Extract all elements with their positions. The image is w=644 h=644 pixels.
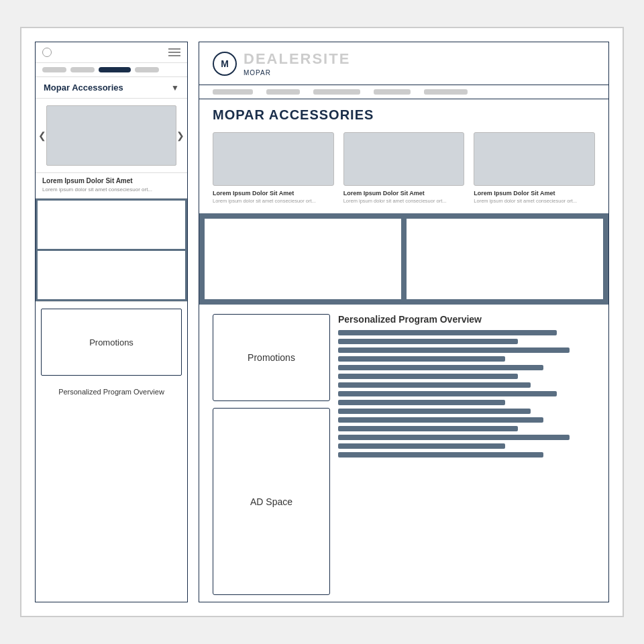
card-title-1: Lorem Ipsum Dolor Sit Amet	[213, 190, 334, 197]
nav-pill-active	[99, 67, 131, 72]
mobile-gray-block-2	[38, 251, 185, 299]
text-line-6	[338, 374, 518, 379]
desktop-bottom: Promotions AD Space Personalized Program…	[199, 307, 608, 602]
mobile-promotions-label: Promotions	[89, 337, 133, 347]
card-image-3	[474, 132, 595, 186]
card-body-3: Lorem ipsum dolor sit amet conseciesuor …	[474, 198, 595, 204]
mobile-top-bar	[36, 42, 187, 63]
text-line-1	[338, 330, 557, 335]
carousel-right-arrow[interactable]: ❯	[176, 130, 184, 141]
mobile-caption-title: Lorem Ipsum Dolor Sit Amet	[42, 177, 180, 184]
hamburger-icon[interactable]	[168, 48, 180, 56]
card-image-1	[213, 132, 334, 186]
dealer-branding: DEALERSITE MOPAR	[244, 50, 350, 76]
text-line-9	[338, 400, 505, 405]
desktop-cards-row: Lorem Ipsum Dolor Sit Amet Lorem ipsum d…	[199, 127, 608, 211]
desktop-card-1: Lorem Ipsum Dolor Sit Amet Lorem ipsum d…	[213, 132, 334, 204]
card-body-2: Lorem ipsum dolor sit amet conseciesuor …	[343, 198, 465, 204]
text-line-2	[338, 339, 518, 344]
desktop-bottom-left: Promotions AD Space	[213, 314, 330, 595]
mobile-program-title: Personalized Program Overview	[41, 388, 182, 396]
desktop-nav-item-1[interactable]	[213, 89, 253, 95]
text-line-14	[338, 443, 505, 449]
desktop-nav-item-4[interactable]	[374, 89, 411, 95]
text-line-12	[338, 426, 518, 431]
mobile-gray-block-1	[38, 201, 185, 249]
desktop-card-3: Lorem Ipsum Dolor Sit Amet Lorem ipsum d…	[474, 132, 595, 204]
mobile-caption: Lorem Ipsum Dolor Sit Amet Lorem ipsum d…	[36, 173, 187, 199]
desktop-nav-item-2[interactable]	[266, 89, 300, 95]
dealer-title: DEALERSITE	[244, 50, 350, 68]
text-line-15	[338, 452, 543, 458]
desktop-nav	[199, 85, 608, 99]
mobile-promotions-box[interactable]: Promotions	[41, 309, 182, 376]
mobile-nav-bar	[36, 63, 187, 77]
text-line-8	[338, 391, 557, 396]
nav-pill-3	[135, 67, 159, 72]
mopar-subtitle: MOPAR	[244, 69, 350, 76]
mobile-home-icon	[42, 48, 52, 57]
logo-letter: M	[221, 58, 229, 69]
text-line-13	[338, 435, 570, 440]
carousel-left-arrow[interactable]: ❮	[38, 130, 46, 141]
outer-frame: Mopar Accessories ▼ ❮ ❯ Lorem Ipsum Dolo…	[20, 27, 624, 617]
left-panel-mobile: Mopar Accessories ▼ ❮ ❯ Lorem Ipsum Dolo…	[35, 42, 188, 602]
desktop-program-title: Personalized Program Overview	[338, 314, 595, 325]
nav-pill-1	[42, 67, 66, 72]
text-line-10	[338, 409, 531, 414]
mobile-gray-blocks	[36, 199, 187, 302]
mobile-section-title: Mopar Accessories	[44, 83, 123, 93]
desktop-bottom-right: Personalized Program Overview	[338, 314, 595, 595]
desktop-promotions-label: Promotions	[248, 352, 295, 363]
right-panel-desktop: M DEALERSITE MOPAR MOPAR ACCESSORIES Lor…	[199, 42, 609, 602]
program-text-lines	[338, 330, 595, 458]
desktop-header: M DEALERSITE MOPAR	[199, 42, 608, 85]
text-line-5	[338, 365, 543, 370]
card-body-1: Lorem ipsum dolor sit amet conseciesuor …	[213, 198, 334, 204]
mobile-carousel: ❮ ❯	[36, 99, 187, 173]
carousel-image	[46, 105, 176, 166]
desktop-section-header: MOPAR ACCESSORIES	[199, 99, 608, 127]
desktop-feature-section	[199, 213, 608, 305]
mobile-caption-body: Lorem ipsum dolor sit amet conseciesuor …	[42, 186, 180, 193]
desktop-card-2: Lorem Ipsum Dolor Sit Amet Lorem ipsum d…	[343, 132, 465, 204]
mobile-program-section: Personalized Program Overview	[36, 382, 187, 401]
desktop-section-title: MOPAR ACCESSORIES	[213, 107, 595, 123]
text-line-11	[338, 417, 543, 423]
chevron-down-icon: ▼	[171, 83, 179, 93]
mopar-logo: M	[213, 52, 237, 76]
feature-block-2	[407, 219, 603, 299]
card-title-2: Lorem Ipsum Dolor Sit Amet	[343, 190, 465, 197]
desktop-nav-item-5[interactable]	[424, 89, 468, 95]
desktop-promotions-box[interactable]: Promotions	[213, 314, 330, 401]
mobile-section-header: Mopar Accessories ▼	[36, 77, 187, 99]
text-line-7	[338, 382, 531, 388]
desktop-ad-label: AD Space	[250, 496, 292, 507]
desktop-nav-item-3[interactable]	[313, 89, 360, 95]
desktop-ad-box[interactable]: AD Space	[213, 408, 330, 595]
feature-block-1	[205, 219, 401, 299]
text-line-4	[338, 356, 505, 362]
card-image-2	[343, 132, 465, 186]
text-line-3	[338, 347, 570, 353]
nav-pill-2	[70, 67, 95, 72]
card-title-3: Lorem Ipsum Dolor Sit Amet	[474, 190, 595, 197]
